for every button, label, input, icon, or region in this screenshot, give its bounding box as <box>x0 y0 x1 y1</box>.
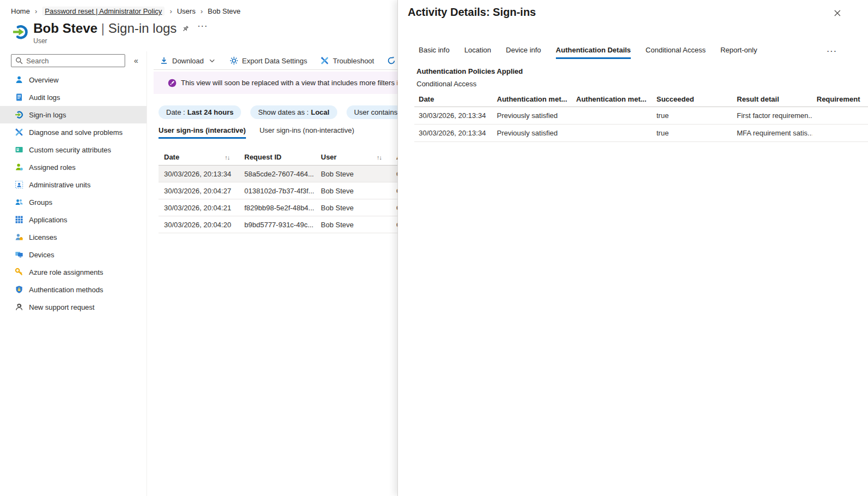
sidebar-item-custom-security-attributes[interactable]: Custom security attributes <box>0 141 146 158</box>
auth-column-header: Authentication met... <box>572 95 652 103</box>
sidebar-item-assigned-roles[interactable]: Assigned roles <box>0 158 146 176</box>
table-cell: 58a5cde2-7607-464... <box>239 170 315 178</box>
sidebar-divider <box>146 51 147 496</box>
sidebar-item-label: Authentication methods <box>29 286 103 294</box>
sidebar-item-authentication-methods[interactable]: Authentication methods <box>0 281 146 298</box>
close-icon[interactable] <box>833 9 842 17</box>
breadcrumb-item[interactable]: Password reset | Administrator Policy <box>42 7 165 16</box>
sidebar-item-label: Overview <box>29 76 58 84</box>
sidebar-item-azure-role-assignments[interactable]: Azure role assignments <box>0 263 146 281</box>
sort-icon: ↑↓ <box>377 154 382 161</box>
audit-logs-icon <box>15 93 24 102</box>
pin-icon[interactable] <box>181 25 190 33</box>
sidebar-item-applications[interactable]: Applications <box>0 211 146 228</box>
column-header-label: Date <box>164 153 179 161</box>
table-cell: Bob Steve <box>315 204 391 212</box>
sidebar-item-label: Sign-in logs <box>29 111 66 119</box>
sidebar-collapse-button[interactable]: « <box>131 55 142 66</box>
toolbar-divider <box>154 69 397 70</box>
troubleshoot-button[interactable]: Troubleshoot <box>320 56 374 65</box>
key-icon <box>15 268 24 276</box>
tab-user-sign-ins-interactive-[interactable]: User sign-ins (interactive) <box>159 126 246 139</box>
panel-tab-basic-info[interactable]: Basic info <box>419 46 449 59</box>
licenses-icon <box>15 233 24 241</box>
chevron-down-icon <box>208 56 216 65</box>
section-subheading: Conditional Access <box>417 80 477 88</box>
sort-icon: ↑↓ <box>225 154 230 161</box>
panel-tab-authentication-details[interactable]: Authentication Details <box>556 46 631 59</box>
breadcrumb-separator: › <box>201 7 203 15</box>
auth-column-header: Result detail <box>732 95 812 103</box>
sidebar-nav: OverviewAudit logsSign-in logsDiagnose a… <box>0 71 146 316</box>
panel-tabs-more-button[interactable]: ··· <box>827 47 837 55</box>
panel-tab-conditional-access[interactable]: Conditional Access <box>646 46 706 59</box>
panel-tab-device-info[interactable]: Device info <box>506 46 541 59</box>
tab-user-sign-ins-non-interactive-[interactable]: User sign-ins (non-interactive) <box>260 126 354 139</box>
auth-column-header: Requirement <box>812 95 868 103</box>
person-icon <box>15 75 24 84</box>
breadcrumb-separator: › <box>35 7 37 15</box>
toolbar-item-label: Troubleshoot <box>333 57 374 65</box>
sidebar-item-diagnose-and-solve-problems[interactable]: Diagnose and solve problems <box>0 123 146 141</box>
view-tabs: User sign-ins (interactive)User sign-ins… <box>159 126 354 139</box>
filter-pills: Date :Last 24 hoursShow dates as :LocalU… <box>159 105 415 119</box>
auth-table-cell: true <box>652 129 732 137</box>
banner-text: This view will soon be replaced with a v… <box>181 79 401 87</box>
sidebar-item-overview[interactable]: Overview <box>0 71 146 88</box>
search-input[interactable] <box>26 57 114 65</box>
panel-tabs: Basic infoLocationDevice infoAuthenticat… <box>419 46 757 59</box>
filter-pill[interactable]: Date :Last 24 hours <box>159 105 241 119</box>
sidebar-item-label: Assigned roles <box>29 163 75 172</box>
sidebar-item-label: Diagnose and solve problems <box>29 128 122 137</box>
groups-icon <box>15 198 24 206</box>
column-header-user[interactable]: User↑↓ <box>315 153 391 161</box>
sidebar-item-groups[interactable]: Groups <box>0 193 146 211</box>
page-subtitle: User <box>33 37 47 45</box>
panel-title: Activity Details: Sign-ins <box>408 6 536 19</box>
page-title-section: Sign-in logs <box>108 21 177 36</box>
breadcrumb-item[interactable]: Home <box>11 7 30 15</box>
filter-pill-label: Date : <box>166 108 185 116</box>
breadcrumb-item[interactable]: Users <box>177 7 196 15</box>
search-icon <box>15 56 24 65</box>
breadcrumb-separator: › <box>169 7 172 15</box>
sidebar-item-devices[interactable]: Devices <box>0 246 146 263</box>
auth-table-cell: MFA requirement satis... <box>732 129 812 137</box>
shield-lock-icon <box>15 285 24 294</box>
table-cell: Bob Steve <box>315 187 391 195</box>
sidebar-item-sign-in-logs[interactable]: Sign-in logs <box>0 106 146 123</box>
sidebar-item-label: Administrative units <box>29 181 91 189</box>
sidebar-item-licenses[interactable]: Licenses <box>0 228 146 246</box>
sidebar-item-label: Applications <box>29 216 67 224</box>
panel-tab-report-only[interactable]: Report-only <box>720 46 757 59</box>
download-button[interactable]: Download <box>160 56 216 65</box>
search-box <box>11 54 125 67</box>
download-icon <box>160 56 168 65</box>
header-more-button[interactable]: ··· <box>198 22 208 30</box>
sidebar-item-new-support-request[interactable]: New support request <box>0 298 146 316</box>
filter-pill[interactable]: Show dates as :Local <box>250 105 337 119</box>
sidebar-item-administrative-units[interactable]: Administrative units <box>0 176 146 193</box>
auth-table-cell: true <box>652 111 732 120</box>
devices-icon <box>15 250 24 259</box>
breadcrumb-item[interactable]: Bob Steve <box>208 7 241 15</box>
notice-banner: This view will soon be replaced with a v… <box>154 72 401 94</box>
gear-icon <box>230 56 238 65</box>
sidebar-item-audit-logs[interactable]: Audit logs <box>0 88 146 106</box>
activity-details-panel: Activity Details: Sign-ins Basic infoLoc… <box>397 0 868 496</box>
auth-table-cell: 30/03/2026, 20:13:34 <box>414 129 492 137</box>
assigned-roles-icon <box>15 163 24 172</box>
toolbar: DownloadExport Data SettingsTroubleshoot… <box>160 52 425 69</box>
export-data-settings-button[interactable]: Export Data Settings <box>230 56 307 65</box>
table-cell: 30/03/2026, 20:04:27 <box>159 187 239 195</box>
auth-table-header: DateAuthentication met...Authentication … <box>414 91 868 107</box>
column-header-date[interactable]: Date↑↓ <box>159 153 239 161</box>
refresh-icon <box>387 56 396 65</box>
diagnose-tools-icon <box>15 128 24 137</box>
troubleshoot-icon <box>320 56 329 65</box>
auth-table-cell: First factor requiremen... <box>732 111 812 120</box>
sign-in-logs-icon <box>15 110 24 119</box>
auth-table-cell: 30/03/2026, 20:13:34 <box>414 111 492 120</box>
column-header-request-id: Request ID <box>239 153 315 161</box>
panel-tab-location[interactable]: Location <box>464 46 491 59</box>
